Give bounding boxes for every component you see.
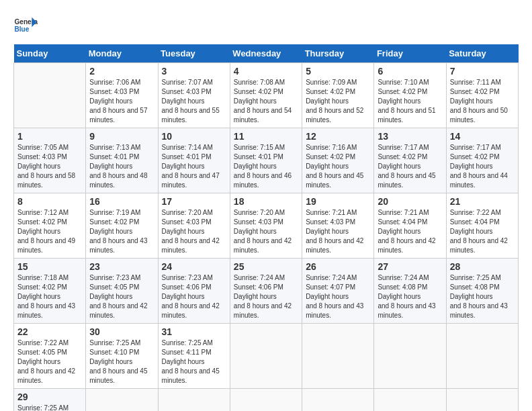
- day-info: Sunrise: 7:23 AM Sunset: 4:06 PM Dayligh…: [162, 273, 226, 320]
- day-of-week-header: Sunday: [14, 44, 86, 63]
- day-info: Sunrise: 7:14 AM Sunset: 4:01 PM Dayligh…: [162, 143, 226, 190]
- calendar-cell: [158, 389, 230, 412]
- calendar-cell: 1 Sunrise: 7:05 AM Sunset: 4:03 PM Dayli…: [14, 128, 86, 193]
- day-info: Sunrise: 7:20 AM Sunset: 4:03 PM Dayligh…: [162, 208, 226, 255]
- day-info: Sunrise: 7:24 AM Sunset: 4:08 PM Dayligh…: [378, 273, 442, 320]
- calendar-cell: 5 Sunrise: 7:09 AM Sunset: 4:02 PM Dayli…: [302, 63, 374, 128]
- day-of-week-header: Saturday: [446, 44, 518, 63]
- calendar-cell: [230, 324, 302, 389]
- day-info: Sunrise: 7:19 AM Sunset: 4:02 PM Dayligh…: [89, 208, 154, 255]
- calendar-cell: 30 Sunrise: 7:25 AM Sunset: 4:10 PM Dayl…: [86, 324, 158, 389]
- day-number: 14: [450, 131, 515, 142]
- calendar-cell: 11 Sunrise: 7:15 AM Sunset: 4:01 PM Dayl…: [230, 128, 302, 193]
- day-of-week-header: Friday: [374, 44, 446, 63]
- calendar-cell: 31 Sunrise: 7:25 AM Sunset: 4:11 PM Dayl…: [158, 324, 230, 389]
- day-info: Sunrise: 7:25 AM Sunset: 4:08 PM Dayligh…: [450, 273, 515, 320]
- day-info: Sunrise: 7:25 AM Sunset: 4:11 PM Dayligh…: [162, 338, 226, 385]
- calendar-week-row: 29 Sunrise: 7:25 AM Sunset: 4:09 PM Dayl…: [14, 389, 519, 412]
- day-info: Sunrise: 7:18 AM Sunset: 4:02 PM Dayligh…: [17, 273, 82, 320]
- day-info: Sunrise: 7:09 AM Sunset: 4:02 PM Dayligh…: [306, 78, 370, 125]
- calendar-cell: 9 Sunrise: 7:13 AM Sunset: 4:01 PM Dayli…: [86, 128, 158, 193]
- day-info: Sunrise: 7:25 AM Sunset: 4:10 PM Dayligh…: [89, 338, 154, 385]
- day-number: 2: [89, 66, 154, 77]
- day-number: 31: [162, 326, 226, 337]
- calendar-cell: 13 Sunrise: 7:17 AM Sunset: 4:02 PM Dayl…: [374, 128, 446, 193]
- calendar-cell: 10 Sunrise: 7:14 AM Sunset: 4:01 PM Dayl…: [158, 128, 230, 193]
- day-number: 5: [306, 66, 370, 77]
- calendar-week-row: 22 Sunrise: 7:22 AM Sunset: 4:05 PM Dayl…: [14, 324, 519, 389]
- day-info: Sunrise: 7:16 AM Sunset: 4:02 PM Dayligh…: [306, 143, 370, 190]
- calendar-cell: [230, 389, 302, 412]
- calendar-cell: 8 Sunrise: 7:12 AM Sunset: 4:02 PM Dayli…: [14, 193, 86, 259]
- calendar-body: 2 Sunrise: 7:06 AM Sunset: 4:03 PM Dayli…: [14, 63, 519, 412]
- calendar-week-row: 8 Sunrise: 7:12 AM Sunset: 4:02 PM Dayli…: [14, 193, 519, 259]
- day-info: Sunrise: 7:08 AM Sunset: 4:02 PM Dayligh…: [234, 78, 298, 125]
- calendar-cell: 7 Sunrise: 7:11 AM Sunset: 4:02 PM Dayli…: [446, 63, 518, 128]
- day-info: Sunrise: 7:13 AM Sunset: 4:01 PM Dayligh…: [89, 143, 154, 190]
- day-info: Sunrise: 7:05 AM Sunset: 4:03 PM Dayligh…: [17, 143, 82, 190]
- calendar-cell: 28 Sunrise: 7:25 AM Sunset: 4:08 PM Dayl…: [446, 259, 518, 324]
- day-number: 24: [162, 261, 226, 272]
- day-info: Sunrise: 7:11 AM Sunset: 4:02 PM Dayligh…: [450, 78, 515, 125]
- page-header: General Blue: [13, 13, 519, 38]
- day-number: 25: [234, 261, 298, 272]
- calendar-cell: 2 Sunrise: 7:06 AM Sunset: 4:03 PM Dayli…: [86, 63, 158, 128]
- day-info: Sunrise: 7:07 AM Sunset: 4:03 PM Dayligh…: [162, 78, 226, 125]
- day-number: 26: [306, 261, 370, 272]
- calendar-cell: 18 Sunrise: 7:20 AM Sunset: 4:03 PM Dayl…: [230, 193, 302, 259]
- day-info: Sunrise: 7:15 AM Sunset: 4:01 PM Dayligh…: [234, 143, 298, 190]
- calendar-cell: 4 Sunrise: 7:08 AM Sunset: 4:02 PM Dayli…: [230, 63, 302, 128]
- day-number: 21: [450, 196, 515, 207]
- day-number: 7: [450, 66, 515, 77]
- day-number: 11: [234, 131, 298, 142]
- calendar-week-row: 15 Sunrise: 7:18 AM Sunset: 4:02 PM Dayl…: [14, 259, 519, 324]
- day-info: Sunrise: 7:21 AM Sunset: 4:04 PM Dayligh…: [378, 208, 442, 255]
- day-number: 22: [17, 326, 82, 337]
- day-info: Sunrise: 7:20 AM Sunset: 4:03 PM Dayligh…: [234, 208, 298, 255]
- calendar-cell: 24 Sunrise: 7:23 AM Sunset: 4:06 PM Dayl…: [158, 259, 230, 324]
- day-number: 29: [17, 392, 82, 402]
- day-number: 30: [89, 326, 154, 337]
- calendar-cell: 3 Sunrise: 7:07 AM Sunset: 4:03 PM Dayli…: [158, 63, 230, 128]
- calendar-table: SundayMondayTuesdayWednesdayThursdayFrid…: [13, 44, 519, 411]
- day-number: 3: [162, 66, 226, 77]
- day-info: Sunrise: 7:17 AM Sunset: 4:02 PM Dayligh…: [378, 143, 442, 190]
- calendar-cell: 17 Sunrise: 7:20 AM Sunset: 4:03 PM Dayl…: [158, 193, 230, 259]
- calendar-cell: 29 Sunrise: 7:25 AM Sunset: 4:09 PM Dayl…: [14, 389, 86, 412]
- day-number: 17: [162, 196, 226, 207]
- day-number: 27: [378, 261, 442, 272]
- day-info: Sunrise: 7:24 AM Sunset: 4:06 PM Dayligh…: [234, 273, 298, 320]
- day-number: 1: [17, 131, 82, 142]
- day-number: 13: [378, 131, 442, 142]
- day-number: 19: [306, 196, 370, 207]
- calendar-cell: 23 Sunrise: 7:23 AM Sunset: 4:05 PM Dayl…: [86, 259, 158, 324]
- calendar-cell: 25 Sunrise: 7:24 AM Sunset: 4:06 PM Dayl…: [230, 259, 302, 324]
- svg-text:Blue: Blue: [14, 26, 29, 33]
- day-number: 18: [234, 196, 298, 207]
- day-of-week-header: Wednesday: [230, 44, 302, 63]
- calendar-cell: [446, 389, 518, 412]
- day-number: 9: [89, 131, 154, 142]
- day-of-week-header: Thursday: [302, 44, 374, 63]
- calendar-week-row: 2 Sunrise: 7:06 AM Sunset: 4:03 PM Dayli…: [14, 63, 519, 128]
- calendar-cell: [14, 63, 86, 128]
- calendar-cell: 14 Sunrise: 7:17 AM Sunset: 4:02 PM Dayl…: [446, 128, 518, 193]
- calendar-cell: [302, 324, 374, 389]
- calendar-cell: 16 Sunrise: 7:19 AM Sunset: 4:02 PM Dayl…: [86, 193, 158, 259]
- calendar-cell: 27 Sunrise: 7:24 AM Sunset: 4:08 PM Dayl…: [374, 259, 446, 324]
- day-number: 6: [378, 66, 442, 77]
- day-number: 15: [17, 261, 82, 272]
- day-info: Sunrise: 7:10 AM Sunset: 4:02 PM Dayligh…: [378, 78, 442, 125]
- day-number: 8: [17, 196, 82, 207]
- calendar-cell: 6 Sunrise: 7:10 AM Sunset: 4:02 PM Dayli…: [374, 63, 446, 128]
- calendar-cell: 22 Sunrise: 7:22 AM Sunset: 4:05 PM Dayl…: [14, 324, 86, 389]
- day-info: Sunrise: 7:21 AM Sunset: 4:03 PM Dayligh…: [306, 208, 370, 255]
- day-info: Sunrise: 7:22 AM Sunset: 4:05 PM Dayligh…: [17, 338, 82, 385]
- day-number: 20: [378, 196, 442, 207]
- calendar-cell: 15 Sunrise: 7:18 AM Sunset: 4:02 PM Dayl…: [14, 259, 86, 324]
- day-of-week-header: Tuesday: [158, 44, 230, 63]
- calendar-cell: [86, 389, 158, 412]
- calendar-cell: 26 Sunrise: 7:24 AM Sunset: 4:07 PM Dayl…: [302, 259, 374, 324]
- calendar-cell: 20 Sunrise: 7:21 AM Sunset: 4:04 PM Dayl…: [374, 193, 446, 259]
- day-info: Sunrise: 7:17 AM Sunset: 4:02 PM Dayligh…: [450, 143, 515, 190]
